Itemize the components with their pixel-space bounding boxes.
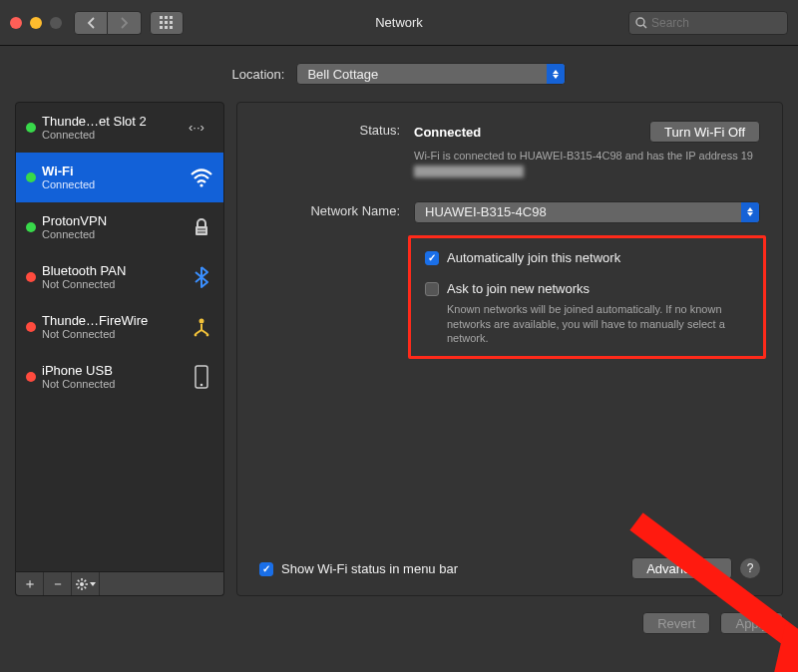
svg-line-28 (84, 586, 86, 588)
show-all-button[interactable] (150, 11, 184, 35)
zoom-button[interactable] (50, 17, 62, 29)
location-value: Bell Cottage (307, 67, 378, 82)
svg-rect-13 (196, 226, 207, 235)
svg-text:‹··›: ‹··› (189, 120, 204, 135)
interface-status: Connected (42, 178, 182, 191)
svg-line-30 (84, 579, 86, 581)
grid-icon (160, 16, 174, 30)
interface-status: Not Connected (42, 328, 182, 341)
svg-point-16 (200, 319, 204, 324)
show-menubar-checkbox[interactable] (259, 562, 273, 576)
footer-buttons: Revert Apply (0, 608, 798, 648)
auto-join-checkbox[interactable] (425, 251, 439, 265)
sidebar-item-thunderbolt-slot2[interactable]: Thunde…et Slot 2 Connected ‹··› (16, 103, 223, 153)
forward-button[interactable] (108, 11, 142, 35)
add-interface-button[interactable]: ＋ (16, 572, 44, 595)
bridge-icon: ‹··› (188, 114, 215, 142)
detail-pane: Status: Connected Turn Wi-Fi Off Wi-Fi i… (236, 102, 783, 596)
interface-status: Connected (42, 228, 182, 241)
network-name-popup[interactable]: HUAWEI-B315-4C98 (414, 201, 760, 223)
status-label: Status: (259, 121, 414, 138)
svg-point-18 (195, 334, 198, 337)
svg-point-9 (636, 18, 644, 26)
status-dot-icon (26, 123, 36, 133)
svg-line-27 (77, 579, 79, 581)
popup-arrows-icon (741, 202, 759, 222)
interface-list[interactable]: Thunde…et Slot 2 Connected ‹··› Wi-Fi Co… (15, 102, 224, 572)
advanced-button[interactable]: Advanced… (631, 557, 732, 579)
svg-rect-1 (165, 16, 168, 19)
popup-arrows-icon (547, 64, 565, 84)
interface-status: Not Connected (42, 278, 182, 291)
svg-line-10 (643, 25, 646, 28)
search-field[interactable] (628, 11, 788, 35)
status-value: Connected (414, 125, 481, 140)
status-dot-icon (26, 222, 36, 232)
svg-rect-3 (160, 21, 163, 24)
annotation-highlight-box: Automatically join this network Ask to j… (408, 235, 766, 360)
ask-to-join-description: Known networks will be joined automatica… (447, 302, 746, 347)
close-button[interactable] (10, 17, 22, 29)
svg-point-22 (80, 582, 84, 586)
turn-wifi-off-button[interactable]: Turn Wi-Fi Off (649, 121, 760, 143)
interface-name: Wi-Fi (42, 164, 182, 179)
svg-rect-8 (170, 26, 173, 29)
interface-name: Thunde…FireWire (42, 313, 182, 329)
svg-point-12 (200, 183, 202, 186)
remove-interface-button[interactable]: － (44, 572, 72, 595)
location-popup[interactable]: Bell Cottage (296, 63, 566, 85)
apply-button[interactable]: Apply (720, 612, 783, 634)
interface-name: ProtonVPN (42, 213, 182, 229)
svg-rect-0 (160, 16, 163, 19)
chevron-down-icon (90, 582, 96, 586)
svg-point-21 (200, 384, 203, 387)
svg-line-29 (77, 586, 79, 588)
svg-rect-4 (165, 21, 168, 24)
help-button[interactable]: ? (740, 558, 760, 578)
sidebar-item-protonvpn[interactable]: ProtonVPN Connected (16, 202, 223, 252)
lock-icon (188, 213, 215, 241)
search-icon (635, 17, 647, 29)
ask-to-join-label: Ask to join new networks (447, 281, 590, 296)
nav-segment (74, 11, 142, 35)
wifi-icon (188, 164, 215, 191)
svg-rect-5 (170, 21, 173, 24)
interface-actions-button[interactable] (72, 572, 100, 595)
svg-point-19 (206, 334, 209, 337)
sidebar-item-thunderbolt-firewire[interactable]: Thunde…FireWire Not Connected (16, 302, 223, 352)
location-label: Location: (232, 67, 285, 82)
svg-rect-6 (160, 26, 163, 29)
interface-status: Connected (42, 129, 182, 142)
titlebar: Network (0, 0, 798, 46)
gear-icon (76, 578, 88, 590)
network-name-label: Network Name: (259, 201, 414, 218)
status-dot-icon (26, 272, 36, 282)
status-dot-icon (26, 172, 36, 182)
window-controls (10, 17, 62, 29)
phone-icon (188, 363, 215, 391)
sidebar-item-iphone-usb[interactable]: iPhone USB Not Connected (16, 352, 223, 402)
status-dot-icon (26, 322, 36, 332)
interface-sidebar: Thunde…et Slot 2 Connected ‹··› Wi-Fi Co… (15, 102, 224, 596)
sidebar-tools: ＋ － (15, 572, 224, 596)
network-name-value: HUAWEI-B315-4C98 (425, 204, 547, 219)
interface-name: Thunde…et Slot 2 (42, 114, 182, 130)
show-menubar-label: Show Wi-Fi status in menu bar (281, 561, 458, 576)
search-input[interactable] (651, 16, 781, 30)
sidebar-item-bluetooth-pan[interactable]: Bluetooth PAN Not Connected (16, 252, 223, 302)
ask-to-join-checkbox[interactable] (425, 282, 439, 296)
bluetooth-icon (188, 263, 215, 291)
back-button[interactable] (74, 11, 108, 35)
revert-button[interactable]: Revert (642, 612, 710, 634)
svg-rect-2 (170, 16, 173, 19)
redacted-ip (414, 166, 524, 177)
interface-name: iPhone USB (42, 363, 182, 379)
interface-name: Bluetooth PAN (42, 263, 182, 279)
svg-rect-7 (165, 26, 168, 29)
minimize-button[interactable] (30, 17, 42, 29)
network-prefs-window: Network Location: Bell Cottage Thunde…et… (0, 0, 798, 672)
firewire-icon (188, 313, 215, 341)
sidebar-item-wifi[interactable]: Wi-Fi Connected (16, 153, 223, 202)
status-description: Wi-Fi is connected to HUAWEI-B315-4C98 a… (414, 149, 760, 179)
location-row: Location: Bell Cottage (0, 46, 798, 102)
